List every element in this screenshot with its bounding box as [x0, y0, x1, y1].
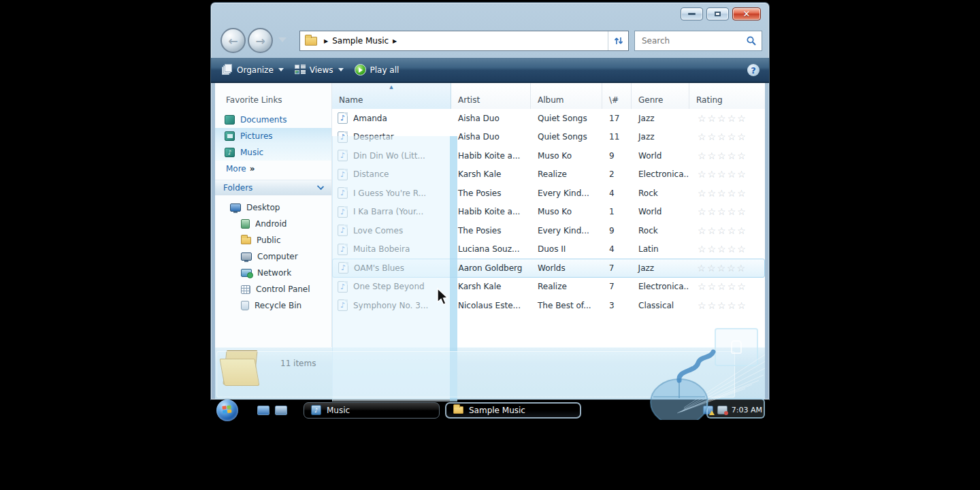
- views-dropdown-icon: [338, 68, 344, 71]
- table-row[interactable]: ♪OAM's BluesAaron GoldbergWorlds7Jazz☆☆☆…: [332, 259, 765, 278]
- rating-stars[interactable]: ☆☆☆☆☆: [689, 150, 765, 161]
- back-button[interactable]: ←: [220, 28, 246, 53]
- table-row[interactable]: ♪I Guess You're R...The PosiesEvery Kind…: [332, 184, 765, 203]
- taskbar-button-music[interactable]: ♪ Music: [304, 402, 440, 419]
- column-header-rating[interactable]: Rating: [689, 83, 765, 109]
- music-file-icon: ♪: [338, 299, 348, 311]
- rating-stars[interactable]: ☆☆☆☆☆: [689, 169, 765, 180]
- column-header-number[interactable]: \#: [602, 83, 632, 109]
- file-name-cell[interactable]: ♪Muita Bobeira: [332, 244, 451, 255]
- column-header-album[interactable]: Album: [531, 83, 602, 109]
- recent-pages-dropdown-icon[interactable]: [278, 37, 287, 42]
- tree-item-control-panel[interactable]: Control Panel: [215, 281, 331, 297]
- music-folder-icon: ♪: [311, 405, 321, 415]
- views-label: Views: [310, 65, 333, 75]
- file-name-cell[interactable]: ♪Distance: [332, 169, 451, 180]
- title-bar[interactable]: ✕: [211, 3, 769, 24]
- rating-stars[interactable]: ☆☆☆☆☆: [689, 263, 764, 274]
- folders-band[interactable]: Folders: [215, 180, 331, 195]
- clock[interactable]: 7:03 AM: [732, 406, 762, 414]
- breadcrumb-path-label[interactable]: Sample Music: [332, 36, 389, 46]
- table-row[interactable]: ♪DespertarAisha DuoQuiet Songs11Jazz☆☆☆☆…: [332, 128, 765, 147]
- tree-item-public[interactable]: Public: [215, 232, 331, 248]
- switch-windows-icon[interactable]: [275, 406, 287, 415]
- column-label: Artist: [451, 95, 480, 105]
- breadcrumb-arrow-icon[interactable]: ▶: [393, 38, 397, 44]
- table-row[interactable]: ♪I Ka Barra (Your...Habib Koite a...Muso…: [332, 203, 765, 222]
- genre-cell: Electronica...: [632, 169, 689, 179]
- column-header-artist[interactable]: Artist: [451, 83, 531, 109]
- search-box[interactable]: [634, 31, 762, 51]
- taskbar-button-sample-music[interactable]: Sample Music: [445, 402, 581, 419]
- table-row[interactable]: ♪Din Din Wo (Litt...Habib Koite a...Muso…: [332, 146, 765, 165]
- tree-item-label: Network: [257, 268, 291, 278]
- tree-item-network[interactable]: Network: [215, 265, 331, 281]
- minimize-button[interactable]: [681, 7, 703, 20]
- computer-icon: [241, 252, 252, 261]
- forward-arrow-icon: →: [255, 34, 265, 48]
- music-file-icon: ♪: [338, 281, 348, 293]
- sidebar-more-link[interactable]: More »: [215, 161, 331, 177]
- file-name-cell[interactable]: ♪Despertar: [332, 131, 451, 143]
- tree-item-user[interactable]: Android: [215, 216, 331, 232]
- address-bar[interactable]: ▶ Sample Music ▶: [299, 31, 629, 51]
- column-header-genre[interactable]: Genre: [632, 83, 689, 109]
- rating-stars[interactable]: ☆☆☆☆☆: [689, 281, 765, 292]
- file-name-cell[interactable]: ♪I Guess You're R...: [332, 187, 451, 199]
- rating-stars[interactable]: ☆☆☆☆☆: [689, 113, 765, 124]
- maximize-button[interactable]: [706, 7, 729, 20]
- rating-stars[interactable]: ☆☆☆☆☆: [689, 300, 765, 311]
- tree-item-recycle-bin[interactable]: Recycle Bin: [215, 297, 331, 314]
- rating-stars[interactable]: ☆☆☆☆☆: [689, 131, 765, 142]
- search-input[interactable]: [640, 35, 746, 46]
- file-name-cell[interactable]: ♪OAM's Blues: [333, 262, 451, 274]
- organize-button[interactable]: Organize: [222, 65, 284, 75]
- rating-stars[interactable]: ☆☆☆☆☆: [689, 188, 765, 199]
- rating-stars[interactable]: ☆☆☆☆☆: [689, 244, 765, 255]
- table-row[interactable]: ♪One Step BeyondKarsh KaleRealize7Electr…: [332, 278, 765, 297]
- tree-item-desktop[interactable]: Desktop: [215, 199, 331, 216]
- show-desktop-icon[interactable]: [257, 406, 270, 415]
- file-name-cell[interactable]: ♪Love Comes: [332, 225, 451, 236]
- rating-stars[interactable]: ☆☆☆☆☆: [689, 206, 765, 217]
- sort-ascending-icon: ▲: [389, 84, 393, 90]
- forward-button[interactable]: →: [248, 28, 273, 53]
- refresh-icon: [614, 35, 623, 46]
- sidebar-item-documents[interactable]: Documents: [215, 112, 331, 128]
- sidebar-item-music[interactable]: ♪ Music: [215, 144, 331, 161]
- track-number-cell: 4: [602, 244, 632, 254]
- file-name-cell[interactable]: ♪Symphony No. 3...: [332, 299, 451, 311]
- desktop-icon: [230, 203, 241, 212]
- help-button[interactable]: ?: [747, 64, 760, 76]
- file-name-cell[interactable]: ♪Din Din Wo (Litt...: [332, 150, 451, 161]
- tree-item-computer[interactable]: Computer: [215, 248, 331, 265]
- table-row[interactable]: ♪AmandaAisha DuoQuiet Songs17Jazz☆☆☆☆☆: [332, 109, 765, 128]
- rating-stars[interactable]: ☆☆☆☆☆: [689, 225, 765, 236]
- column-header-name[interactable]: ▲ Name: [332, 83, 451, 109]
- music-file-icon: ♪: [338, 206, 348, 218]
- music-icon: ♪: [225, 148, 235, 157]
- sidebar-item-pictures[interactable]: Pictures: [215, 128, 331, 144]
- start-button[interactable]: [216, 399, 238, 421]
- file-name-cell[interactable]: ♪I Ka Barra (Your...: [332, 206, 451, 218]
- file-name-cell[interactable]: ♪Amanda: [332, 112, 451, 124]
- table-row[interactable]: ♪Love ComesThe PosiesEvery Kind...9Rock☆…: [332, 221, 765, 240]
- search-icon[interactable]: [746, 35, 757, 46]
- notification-icon[interactable]: [717, 406, 728, 414]
- views-button[interactable]: Views: [295, 65, 344, 75]
- close-button[interactable]: ✕: [732, 7, 761, 20]
- table-row[interactable]: ♪DistanceKarsh KaleRealize2Electronica..…: [332, 165, 765, 184]
- table-row[interactable]: ♪Symphony No. 3...Nicolaus Este...The Be…: [332, 296, 765, 315]
- refresh-button[interactable]: [608, 31, 628, 50]
- play-all-button[interactable]: Play all: [355, 64, 399, 76]
- navigation-pane: Favorite Links Documents Pictures ♪ Musi…: [215, 83, 332, 347]
- album-cell: Worlds: [531, 263, 602, 273]
- table-row[interactable]: ♪Muita BobeiraLuciana Souz...Duos II4Lat…: [332, 240, 765, 259]
- breadcrumb[interactable]: ▶ Sample Music ▶: [324, 36, 608, 46]
- track-number-cell: 11: [602, 132, 632, 142]
- breadcrumb-arrow-icon[interactable]: ▶: [324, 38, 328, 44]
- file-name-cell[interactable]: ♪One Step Beyond: [332, 281, 451, 293]
- network-status-icon[interactable]: [703, 406, 713, 414]
- content-area: Favorite Links Documents Pictures ♪ Musi…: [215, 83, 765, 347]
- user-folder-icon: [241, 219, 250, 229]
